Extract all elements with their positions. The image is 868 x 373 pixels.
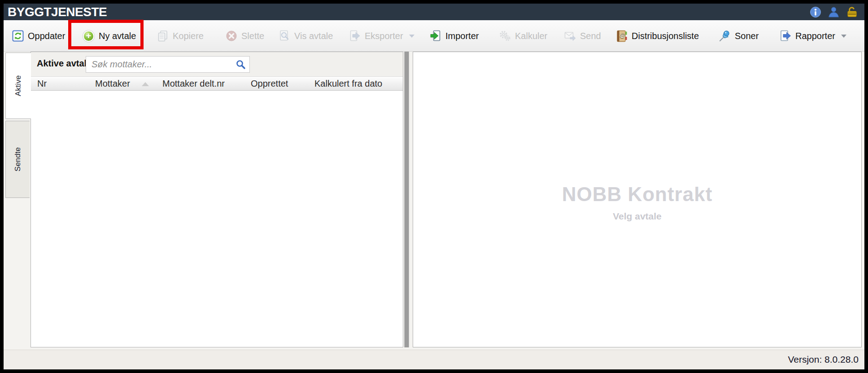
- chevron-down-icon: [409, 35, 414, 38]
- toolbar: Oppdater + Ny avtale Kopiere: [4, 20, 864, 52]
- add-icon: +: [83, 30, 95, 42]
- info-icon[interactable]: [809, 6, 821, 18]
- calculate-button[interactable]: Kalkuler: [497, 20, 549, 52]
- status-bar: Versjon: 8.0.28.0: [4, 350, 864, 369]
- view-agreement-button[interactable]: Vis avtale: [276, 20, 335, 52]
- tab-sendte[interactable]: Sendte: [5, 121, 30, 198]
- zones-button[interactable]: Soner: [717, 20, 760, 52]
- copy-icon: [157, 30, 169, 42]
- calculate-icon: [499, 30, 511, 42]
- export-icon: [349, 30, 361, 42]
- column-header-mottaker-deltnr[interactable]: Mottaker delt.nr: [162, 79, 225, 89]
- sort-ascending-icon: [142, 82, 149, 86]
- version-label: Versjon: 8.0.28.0: [788, 354, 859, 365]
- list-panel-header: Aktive avtaler: [31, 52, 403, 76]
- reports-button-label: Rapporter: [795, 31, 835, 41]
- watermark: NOBB Kontrakt Velg avtale: [413, 183, 861, 222]
- refresh-button-label: Oppdater: [28, 31, 65, 41]
- search-input[interactable]: [86, 57, 249, 72]
- search-icon[interactable]: [235, 59, 247, 70]
- copy-button-label: Kopiere: [173, 31, 204, 41]
- delete-button[interactable]: Slette: [223, 20, 266, 52]
- app-logo: BYGGTJENESTE: [8, 4, 107, 20]
- column-header-kalkulert-fra-dato[interactable]: Kalkulert fra dato: [314, 79, 382, 89]
- column-header-opprettet[interactable]: Opprettet: [251, 79, 288, 89]
- pin-icon: [719, 30, 731, 42]
- report-icon: [779, 30, 791, 42]
- panel-splitter[interactable]: [404, 52, 409, 347]
- view-document-icon: [278, 30, 290, 42]
- view-agreement-button-label: Vis avtale: [294, 31, 333, 41]
- column-header-mottaker[interactable]: Mottaker: [95, 79, 130, 89]
- title-bar: BYGGTJENESTE: [4, 4, 864, 20]
- distribution-list-button[interactable]: @ Distribusjonsliste: [614, 20, 701, 52]
- export-button[interactable]: Eksporter: [347, 20, 416, 52]
- refresh-button[interactable]: Oppdater: [10, 20, 67, 52]
- svg-text:@: @: [619, 33, 625, 39]
- watermark-title: NOBB Kontrakt: [413, 183, 861, 206]
- tab-aktive-label: Aktive: [14, 75, 23, 96]
- refresh-icon: [12, 30, 24, 42]
- send-button-label: Send: [580, 31, 601, 41]
- agreement-list-panel: Aktive avtaler Nr Mottaker Mottaker delt…: [31, 52, 403, 347]
- copy-button[interactable]: Kopiere: [155, 20, 205, 52]
- agreement-detail-panel: NOBB Kontrakt Velg avtale: [413, 52, 862, 347]
- zones-button-label: Soner: [735, 31, 759, 41]
- new-agreement-button-label: Ny avtale: [99, 31, 136, 41]
- lock-icon[interactable]: [846, 6, 858, 18]
- new-agreement-button[interactable]: + Ny avtale: [81, 20, 138, 52]
- delete-icon: [225, 30, 237, 42]
- import-button[interactable]: Importer: [427, 20, 480, 52]
- reports-button[interactable]: Rapporter: [777, 20, 848, 52]
- import-icon: [429, 30, 441, 42]
- tab-aktive[interactable]: Aktive: [5, 53, 31, 119]
- chevron-down-icon: [841, 35, 846, 38]
- grid-header-row: Nr Mottaker Mottaker delt.nr Opprettet K…: [31, 76, 403, 91]
- calculate-button-label: Kalkuler: [515, 31, 547, 41]
- send-mail-icon: [564, 30, 576, 42]
- send-button[interactable]: Send: [562, 20, 603, 52]
- application-window: BYGGTJENESTE: [4, 4, 864, 369]
- watermark-subtitle: Velg avtale: [413, 211, 861, 222]
- distribution-list-button-label: Distribusjonsliste: [632, 31, 699, 41]
- search-field-container: [86, 56, 250, 73]
- column-header-nr[interactable]: Nr: [37, 79, 47, 89]
- agreement-list-body[interactable]: [31, 91, 403, 347]
- user-icon[interactable]: [828, 6, 840, 18]
- import-button-label: Importer: [445, 31, 479, 41]
- export-button-label: Eksporter: [365, 31, 403, 41]
- distribution-list-icon: @: [615, 30, 628, 42]
- tab-sendte-label: Sendte: [13, 147, 22, 171]
- delete-button-label: Slette: [241, 31, 264, 41]
